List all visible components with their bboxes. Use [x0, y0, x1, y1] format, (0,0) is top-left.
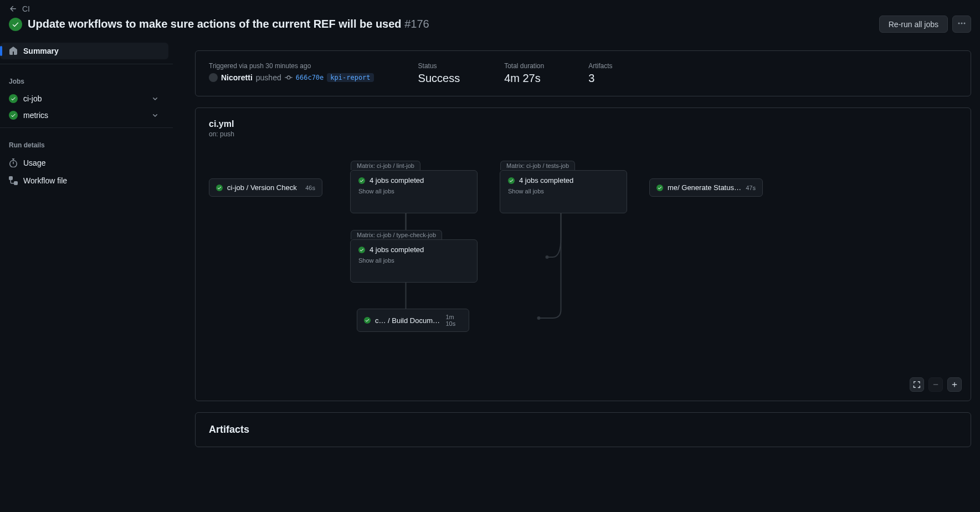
- matrix-label: Matrix: ci-job / tests-job: [500, 161, 575, 170]
- svg-point-8: [546, 255, 549, 259]
- divider: [0, 127, 173, 128]
- summary-card: Triggered via push 30 minutes ago Nicore…: [195, 50, 971, 96]
- fullscreen-button[interactable]: [910, 377, 924, 392]
- status-success-icon: [656, 185, 663, 191]
- chevron-down-icon: [151, 111, 160, 120]
- status-success-icon: [216, 185, 223, 191]
- node-time: 47s: [746, 185, 756, 191]
- kebab-icon: [957, 19, 966, 28]
- artifacts-card: Artifacts: [195, 412, 971, 447]
- minus-icon: [932, 381, 940, 388]
- show-all-jobs-link[interactable]: Show all jobs: [358, 188, 469, 194]
- status-success-icon: [9, 18, 22, 31]
- more-options-button[interactable]: [952, 16, 971, 33]
- run-details-label: Run details: [0, 132, 173, 153]
- node-name: me/ Generate Status Report: [668, 183, 741, 192]
- show-all-jobs-link[interactable]: Show all jobs: [508, 188, 619, 194]
- node-time: 1m 10s: [445, 314, 462, 327]
- node-tests-matrix[interactable]: Matrix: ci-job / tests-job 4 jobs comple…: [500, 170, 627, 213]
- node-build-docs[interactable]: c… / Build Documentat… 1m 10s: [357, 309, 469, 332]
- zoom-out-button[interactable]: [928, 377, 943, 392]
- fullscreen-icon: [913, 381, 921, 388]
- matrix-completed: 4 jobs completed: [370, 176, 424, 185]
- triggered-text: Triggered via push 30 minutes ago: [209, 62, 374, 70]
- sidebar-job-ci-job[interactable]: ci-job: [0, 91, 168, 106]
- node-status-report[interactable]: me/ Generate Status Report 47s: [649, 178, 763, 197]
- graph-canvas[interactable]: ci-job / Version Check 46s Matrix: ci-jo…: [209, 149, 957, 371]
- back-arrow-icon: [9, 4, 18, 13]
- matrix-label: Matrix: ci-job / type-check-job: [351, 230, 442, 239]
- matrix-completed: 4 jobs completed: [370, 245, 424, 254]
- sidebar-item-workflow-file[interactable]: Workflow file: [0, 172, 168, 189]
- svg-point-0: [958, 23, 960, 24]
- status-value: Success: [418, 72, 460, 85]
- page-title: Update workflows to make sure actions of…: [28, 18, 429, 30]
- matrix-completed: 4 jobs completed: [519, 176, 573, 185]
- duration-value[interactable]: 4m 27s: [504, 72, 544, 85]
- chevron-down-icon: [151, 94, 160, 103]
- run-number: #176: [404, 18, 429, 30]
- status-label: Status: [418, 62, 460, 70]
- rerun-all-jobs-button[interactable]: Re-run all jobs: [879, 16, 948, 33]
- node-lint-matrix[interactable]: Matrix: ci-job / lint-job 4 jobs complet…: [350, 170, 478, 213]
- node-type-check-matrix[interactable]: Matrix: ci-job / type-check-job 4 jobs c…: [350, 239, 478, 283]
- workflow-icon: [9, 176, 18, 185]
- home-icon: [9, 47, 18, 55]
- status-success-icon: [364, 317, 371, 324]
- breadcrumb-label: CI: [22, 4, 30, 13]
- breadcrumb[interactable]: CI: [9, 4, 971, 13]
- sidebar-item-label: Summary: [23, 47, 59, 55]
- actor-name[interactable]: Nicoretti: [221, 73, 253, 82]
- stopwatch-icon: [9, 158, 18, 167]
- action-text: pushed: [256, 73, 281, 82]
- sidebar-item-label: Usage: [23, 158, 45, 167]
- artifacts-label: Artifacts: [588, 62, 612, 70]
- node-version-check[interactable]: ci-job / Version Check 46s: [209, 178, 322, 197]
- svg-point-2: [964, 23, 966, 24]
- workflow-graph-card: ci.yml on: push: [195, 107, 971, 401]
- workflow-name: ci.yml: [209, 119, 957, 129]
- svg-point-1: [961, 23, 963, 24]
- status-success-icon: [358, 177, 365, 184]
- jobs-section-label: Jobs: [0, 69, 173, 90]
- artifacts-title: Artifacts: [209, 424, 957, 436]
- status-success-icon: [9, 111, 18, 120]
- branch-badge[interactable]: kpi-report: [327, 73, 373, 82]
- svg-point-9: [537, 316, 541, 320]
- workflow-trigger: on: push: [209, 130, 957, 138]
- zoom-in-button[interactable]: [947, 377, 962, 392]
- sidebar-item-usage[interactable]: Usage: [0, 155, 168, 171]
- node-name: ci-job / Version Check: [227, 183, 297, 192]
- sidebar-job-metrics[interactable]: metrics: [0, 107, 168, 123]
- sidebar-item-label: Workflow file: [23, 176, 67, 185]
- commit-sha[interactable]: 666c70e: [296, 74, 324, 81]
- node-time: 46s: [305, 185, 315, 191]
- sidebar-item-summary[interactable]: Summary: [0, 43, 168, 59]
- node-name: c… / Build Documentat…: [375, 316, 441, 325]
- plus-icon: [951, 381, 958, 388]
- status-success-icon: [9, 94, 18, 103]
- commit-icon: [285, 74, 293, 81]
- show-all-jobs-link[interactable]: Show all jobs: [358, 257, 469, 264]
- job-name: ci-job: [23, 94, 42, 103]
- avatar[interactable]: [209, 73, 218, 82]
- duration-label: Total duration: [504, 62, 544, 70]
- artifacts-value[interactable]: 3: [588, 72, 612, 85]
- matrix-label: Matrix: ci-job / lint-job: [351, 161, 420, 170]
- divider: [0, 64, 173, 64]
- status-success-icon: [358, 247, 365, 253]
- job-name: metrics: [23, 111, 48, 120]
- status-success-icon: [508, 177, 515, 184]
